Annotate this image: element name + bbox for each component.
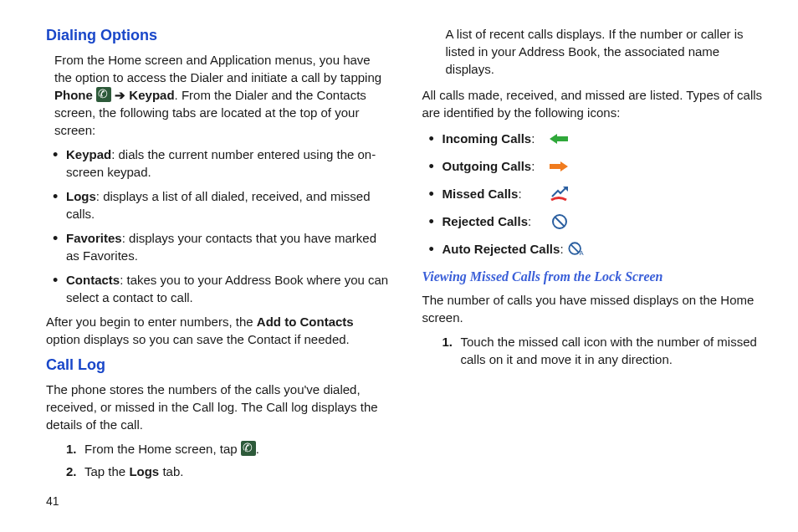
heading-dialing-options: Dialing Options bbox=[46, 25, 389, 46]
svg-marker-1 bbox=[550, 161, 568, 171]
colon: : bbox=[518, 187, 521, 201]
step1-b: . bbox=[256, 442, 259, 456]
outgoing-call-icon bbox=[550, 161, 568, 172]
bullet-keypad-key: Keypad bbox=[66, 147, 111, 161]
viewing-step-1: 1. Touch the missed call icon with the n… bbox=[442, 333, 765, 368]
tabs-bullet-list: Keypad: dials the current number entered… bbox=[46, 146, 389, 306]
bullet-logs-txt: : displays a list of all dialed, receive… bbox=[66, 189, 371, 221]
viewing-intro: The number of calls you have missed disp… bbox=[422, 291, 765, 326]
label-phone: Phone bbox=[54, 88, 93, 102]
colon: : bbox=[531, 131, 535, 146]
label-outgoing: Outgoing Calls bbox=[442, 159, 532, 173]
calllog-intro: The phone stores the numbers of the call… bbox=[46, 381, 389, 433]
bullet-contacts-key: Contacts bbox=[66, 273, 120, 287]
bullet-keypad: Keypad: dials the current number entered… bbox=[53, 146, 389, 181]
bullet-favorites-key: Favorites bbox=[66, 231, 122, 245]
after-a: After you begin to enter numbers, the bbox=[46, 315, 257, 329]
step1-a: From the Home screen, tap bbox=[84, 442, 241, 456]
svg-line-6 bbox=[570, 244, 578, 252]
bullet-contacts: Contacts: takes you to your Address Book… bbox=[53, 271, 389, 306]
after-numbers-para: After you begin to enter numbers, the Ad… bbox=[46, 313, 389, 348]
step-number-1: 1. bbox=[66, 440, 77, 458]
colon: : bbox=[531, 159, 535, 173]
label-keypad: Keypad bbox=[129, 88, 174, 102]
missed-call-icon bbox=[550, 187, 568, 202]
call-type-icon-list: Incoming Calls: Outgoing Calls: Missed C… bbox=[422, 130, 765, 258]
bullet-logs-key: Logs bbox=[66, 189, 96, 203]
row-outgoing: Outgoing Calls: bbox=[429, 157, 765, 175]
svg-line-4 bbox=[555, 217, 564, 226]
label-rejected: Rejected Calls bbox=[442, 214, 529, 228]
all-calls-para: All calls made, received, and missed are… bbox=[422, 86, 765, 121]
right-column: A list of recent calls displays. If the … bbox=[406, 25, 765, 515]
after-c: option displays so you can save the Cont… bbox=[46, 332, 350, 346]
calllog-step-1: 1. From the Home screen, tap . bbox=[66, 440, 389, 458]
row-incoming: Incoming Calls: bbox=[429, 130, 765, 147]
dialing-intro-a: From the Home screen and Application men… bbox=[54, 53, 381, 84]
viewing-steps: 1. Touch the missed call icon with the n… bbox=[422, 333, 765, 368]
step2-c: tab. bbox=[159, 464, 183, 478]
continued-para: A list of recent calls displays. If the … bbox=[422, 25, 765, 78]
heading-call-log: Call Log bbox=[46, 355, 389, 376]
calllog-steps: 1. From the Home screen, tap . 2. Tap th… bbox=[46, 440, 389, 480]
svg-text:A: A bbox=[579, 249, 583, 257]
row-rejected: Rejected Calls: bbox=[429, 212, 765, 230]
phone-app-icon bbox=[96, 87, 111, 102]
step2-a: Tap the bbox=[84, 464, 129, 478]
row-missed: Missed Calls: bbox=[429, 185, 765, 202]
label-incoming: Incoming Calls bbox=[442, 131, 532, 146]
colon: : bbox=[560, 242, 563, 256]
bullet-favorites: Favorites: displays your contacts that y… bbox=[53, 229, 389, 264]
label-missed: Missed Calls bbox=[442, 187, 519, 201]
vstep1-text: Touch the missed call icon with the numb… bbox=[461, 335, 757, 366]
incoming-call-icon bbox=[550, 133, 568, 145]
label-auto-rejected: Auto Rejected Calls bbox=[442, 242, 560, 256]
vstep-number-1: 1. bbox=[442, 333, 453, 350]
row-auto-rejected: Auto Rejected Calls: A bbox=[429, 240, 765, 258]
step-number-2: 2. bbox=[66, 463, 77, 480]
phone-app-icon bbox=[241, 441, 256, 456]
auto-rejected-call-icon: A bbox=[568, 241, 585, 258]
dialing-intro: From the Home screen and Application men… bbox=[46, 51, 389, 139]
heading-viewing-missed: Viewing Missed Calls from the Lock Scree… bbox=[422, 268, 765, 286]
bullet-logs: Logs: displays a list of all dialed, rec… bbox=[53, 187, 389, 223]
arrow-separator: ➔ bbox=[111, 88, 129, 102]
colon: : bbox=[528, 214, 531, 228]
page-number: 41 bbox=[46, 494, 59, 510]
svg-marker-0 bbox=[550, 134, 568, 144]
after-b: Add to Contacts bbox=[257, 315, 354, 329]
rejected-call-icon bbox=[551, 213, 568, 230]
step2-b: Logs bbox=[129, 464, 159, 478]
left-column: Dialing Options From the Home screen and… bbox=[46, 25, 406, 515]
calllog-step-2: 2. Tap the Logs tab. bbox=[66, 463, 389, 480]
bullet-keypad-txt: : dials the current number entered using… bbox=[66, 147, 376, 179]
